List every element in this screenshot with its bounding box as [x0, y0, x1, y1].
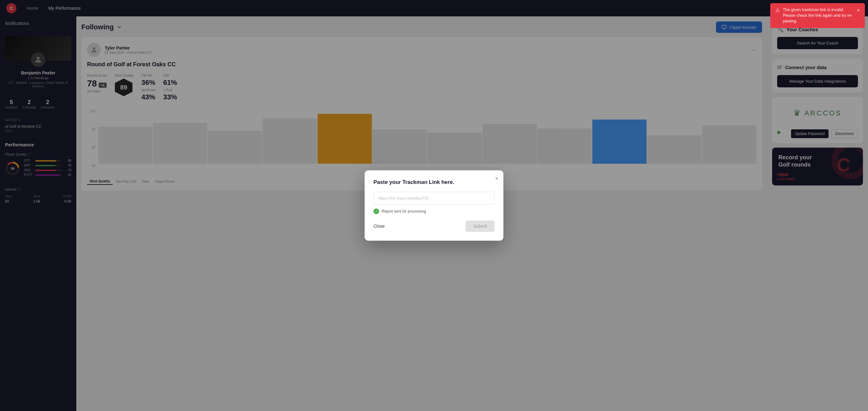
toast-message: The given trackman link is invalid. Plea… — [783, 7, 854, 24]
modal-title: Paste your Trackman Link here. — [373, 179, 495, 186]
toast-close-button[interactable]: × — [857, 7, 860, 14]
modal-overlay[interactable]: Paste your Trackman Link here. × ✓ Repor… — [0, 0, 868, 411]
modal-footer: Close Submit — [373, 220, 495, 232]
trackman-modal: Paste your Trackman Link here. × ✓ Repor… — [365, 170, 503, 241]
modal-success-message: ✓ Report sent for processing — [373, 209, 495, 214]
trackman-link-input[interactable] — [373, 192, 495, 205]
modal-close-icon-button[interactable]: × — [495, 176, 498, 182]
success-checkmark-icon: ✓ — [373, 209, 379, 214]
warning-icon: ⚠ — [775, 7, 780, 14]
error-toast: ⚠ The given trackman link is invalid. Pl… — [770, 3, 865, 28]
modal-close-button[interactable]: Close — [373, 224, 385, 229]
modal-submit-button[interactable]: Submit — [466, 220, 495, 232]
